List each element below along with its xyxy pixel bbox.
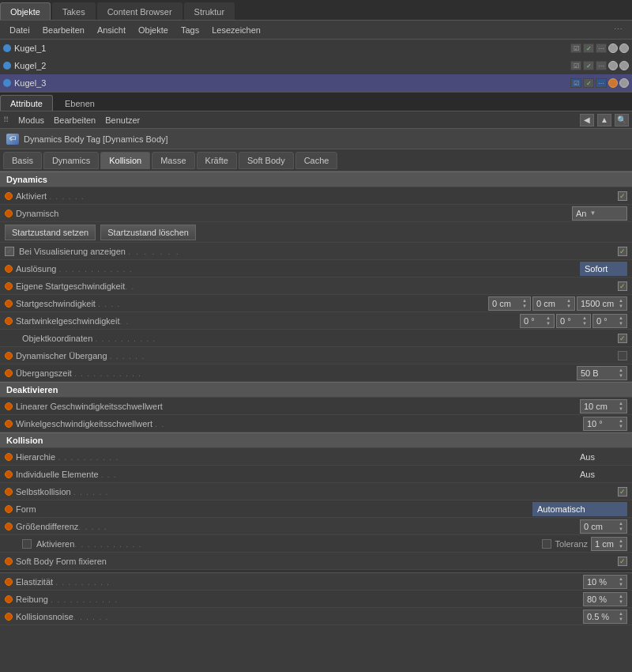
submenu-benutzer[interactable]: Benutzer	[100, 114, 145, 126]
prop-linear-schwell[interactable]: Linearer Geschwindigkeitsschwellwert 10 …	[0, 398, 632, 415]
top-tab-bar: Objekte Takes Content Browser Struktur	[0, 0, 632, 21]
menu-objekte[interactable]: Objekte	[132, 24, 175, 36]
num-winkel-z[interactable]: 0 ° ▲▼	[592, 314, 627, 328]
prop-dynamisch[interactable]: Dynamisch An ▼	[0, 205, 632, 222]
attribute-tab-bar: Attribute Ebenen	[0, 92, 632, 111]
num-uebergangszeit[interactable]: 50 B ▲▼	[577, 366, 627, 380]
arrow-search[interactable]: 🔍	[615, 114, 629, 126]
object-row-kugel2[interactable]: Kugel_2 ☑ ✓ ⋯	[0, 57, 632, 74]
checkbox-aktiviert[interactable]: ✓	[618, 191, 627, 201]
menu-ansicht[interactable]: Ansicht	[91, 24, 132, 36]
dyn-tab-soft-body[interactable]: Soft Body	[239, 152, 294, 169]
num-start-x[interactable]: 0 cm ▲▼	[488, 296, 531, 311]
section-deaktivieren: Deaktivieren	[0, 382, 632, 398]
prop-kollisionsnoise[interactable]: Kollisionsnoise. . . . . . 0.5 % ▲▼	[0, 608, 632, 625]
num-value: 0.5 %	[587, 612, 609, 621]
prop-indicator	[5, 578, 13, 586]
dyn-tab-cache[interactable]: Cache	[295, 152, 338, 169]
dyn-tab-masse[interactable]: Masse	[152, 152, 194, 169]
prop-soft-body-form[interactable]: Soft Body Form fixieren ✓	[0, 553, 632, 570]
menu-lesezeichen[interactable]: Lesezeichen	[205, 24, 267, 36]
submenu-bearbeiten[interactable]: Bearbeiten	[49, 114, 100, 126]
num-winkel-schwell[interactable]: 10 ° ▲▼	[583, 417, 627, 431]
num-reibung[interactable]: 80 % ▲▼	[583, 592, 627, 606]
prop-winkel-schwell[interactable]: Winkelgeschwindigkeitsschwellwert . . 10…	[0, 415, 632, 432]
prop-uebergangszeit[interactable]: Übergangszeit . . . . . . . . . . . 50 B…	[0, 364, 632, 382]
checkbox-eigene-start[interactable]: ✓	[618, 281, 627, 291]
arrow-up[interactable]: ▲	[597, 114, 611, 126]
prop-selbst[interactable]: Selbstkollision . . . . . . ✓	[0, 483, 632, 500]
prop-dynamischer-uebergang[interactable]: Dynamischer Übergang . . . . . . □	[0, 347, 632, 364]
prop-startgeschwindigkeit[interactable]: Startgeschwindigkeit . . . . 0 cm ▲▼ 0 c…	[0, 295, 632, 312]
sub-menu-right: ◀ ▲ 🔍	[580, 114, 629, 126]
checkbox-toleranz[interactable]: □	[542, 539, 551, 549]
prop-form[interactable]: Form Automatisch	[0, 500, 632, 518]
value-hierarchie: Aus	[580, 452, 627, 462]
dyn-tab-dynamics[interactable]: Dynamics	[43, 152, 99, 169]
dyn-tab-basis[interactable]: Basis	[3, 152, 42, 169]
prop-groessendiferenz[interactable]: Größendifferenz. . . . . 0 cm ▲▼	[0, 518, 632, 535]
menu-tags[interactable]: Tags	[175, 24, 205, 36]
num-groessendiff[interactable]: 0 cm ▲▼	[580, 519, 627, 534]
num-start-z[interactable]: 1500 cm ▲▼	[577, 296, 627, 311]
btn-startzustand-loeschen[interactable]: Startzustand löschen	[100, 225, 196, 240]
prop-eigene-start[interactable]: Eigene Startgeschwindigkeit. . ✓	[0, 277, 632, 295]
checkbox-visualisierung[interactable]: ✓	[5, 247, 14, 256]
checkbox-dyn-uebergang[interactable]: □	[618, 351, 627, 361]
prop-indicator	[5, 420, 13, 428]
prop-label: Dynamischer Übergang . . . . . .	[16, 351, 618, 361]
section-kollision: Kollision	[0, 432, 632, 448]
tab-ebenen[interactable]: Ebenen	[55, 95, 105, 111]
prop-indicator	[5, 523, 13, 530]
prop-label: Linearer Geschwindigkeitsschwellwert	[16, 402, 580, 411]
prop-startwinkel[interactable]: Startwinkelgeschwindigkeit. . 0 ° ▲▼ 0 °…	[0, 312, 632, 330]
checkbox-aktivieren[interactable]: □	[22, 539, 32, 549]
object-name: Kugel_2	[14, 61, 570, 70]
tab-struktur[interactable]: Struktur	[184, 2, 235, 20]
num-start-y[interactable]: 0 cm ▲▼	[532, 296, 575, 311]
num-elastizitaet[interactable]: 10 % ▲▼	[583, 575, 627, 589]
dyn-tab-kraefte[interactable]: Kräfte	[197, 152, 237, 169]
prop-indicator	[5, 488, 13, 496]
object-row-kugel3[interactable]: Kugel_3 ☑ ✓ ⋯	[0, 74, 632, 92]
num-kollisionsnoise[interactable]: 0.5 % ▲▼	[583, 610, 627, 624]
num-toleranz[interactable]: 1 cm ▲▼	[591, 537, 627, 551]
num-winkel-y[interactable]: 0 ° ▲▼	[556, 314, 591, 328]
arrow-left[interactable]: ◀	[580, 114, 594, 126]
checkbox-soft-body-form[interactable]: ✓	[618, 557, 627, 566]
sub-menu-bar: ⠿ Modus Bearbeiten Benutzer ◀ ▲ 🔍	[0, 111, 632, 129]
num-linear-schwell[interactable]: 10 cm ▲▼	[580, 399, 627, 413]
dropdown-dynamisch[interactable]: An ▼	[572, 206, 627, 221]
object-name: Kugel_1	[14, 43, 570, 53]
prop-elastizitaet[interactable]: Elastizität . . . . . . . . . 10 % ▲▼	[0, 573, 632, 591]
num-winkel-x[interactable]: 0 ° ▲▼	[520, 314, 555, 328]
num-value: 80 %	[587, 595, 607, 604]
prop-objektkoordinaten[interactable]: Objektkoordinaten . . . . . . . . . . ✓	[0, 330, 632, 347]
menu-datei[interactable]: Datei	[3, 24, 36, 36]
num-value: 0 °	[524, 316, 535, 326]
checkbox-objektkoord[interactable]: ✓	[618, 334, 627, 343]
object-row-kugel1[interactable]: Kugel_1 ☑ ✓ ⋯	[0, 40, 632, 57]
menu-bar: Datei Bearbeiten Ansicht Objekte Tags Le…	[0, 21, 632, 40]
prop-reibung[interactable]: Reibung . . . . . . . . . . . 80 % ▲▼	[0, 591, 632, 608]
object-list: Kugel_1 ☑ ✓ ⋯ Kugel_2 ☑ ✓ ⋯ Kugel_3 ☑ ✓ …	[0, 40, 632, 92]
value-individuelle: Aus	[580, 470, 627, 479]
checkbox-visualisierung2[interactable]: ✓	[618, 247, 627, 256]
tab-objekte[interactable]: Objekte	[0, 2, 51, 20]
prop-visualisierung[interactable]: ✓ Bei Visualisierung anzeigen . . . . . …	[0, 243, 632, 260]
prop-hierarchie[interactable]: Hierarchie . . . . . . . . . . Aus	[0, 448, 632, 466]
tab-content-browser[interactable]: Content Browser	[97, 2, 182, 20]
submenu-modus[interactable]: Modus	[13, 114, 49, 126]
prop-individuelle[interactable]: Individuelle Elemente . . . Aus	[0, 466, 632, 483]
tab-takes[interactable]: Takes	[52, 2, 96, 20]
btn-startzustand-setzen[interactable]: Startzustand setzen	[5, 225, 96, 240]
prop-aktivieren-toleranz[interactable]: □ Aktivieren. . . . . . . . . . . □ Tole…	[0, 535, 632, 553]
icon-circle	[608, 43, 618, 53]
dyn-tab-kollision[interactable]: Kollision	[100, 152, 150, 169]
prop-indicator	[5, 595, 13, 603]
prop-auslosung[interactable]: Auslösung . . . . . . . . . . . . Sofort	[0, 260, 632, 277]
menu-bearbeiten[interactable]: Bearbeiten	[36, 24, 91, 36]
checkbox-selbst[interactable]: ✓	[618, 487, 627, 496]
tab-attribute[interactable]: Attribute	[0, 95, 53, 111]
prop-aktiviert[interactable]: Aktiviert . . . . . . ✓	[0, 187, 632, 205]
